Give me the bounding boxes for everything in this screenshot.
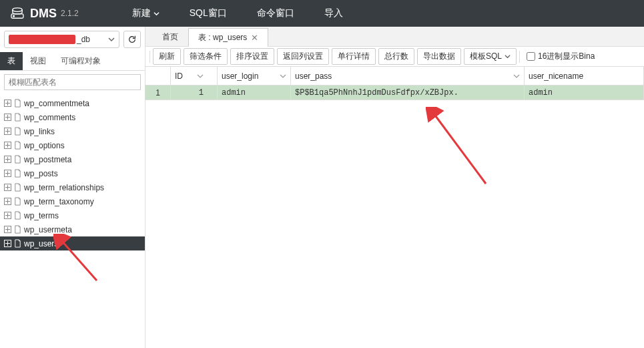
sort-button[interactable]: 排序设置 — [230, 48, 274, 65]
menu-sql-window[interactable]: SQL窗口 — [190, 7, 227, 19]
tree-item-label: wp_term_taxonomy — [24, 197, 94, 206]
separator — [519, 51, 520, 63]
tree-item-wp-posts[interactable]: wp_posts — [0, 166, 145, 180]
sidebar-tab-programmable[interactable]: 可编程对象 — [53, 52, 108, 70]
table-icon — [13, 113, 22, 122]
col-user-login[interactable]: user_login — [218, 67, 291, 85]
tree-item-wp-users[interactable]: wp_users — [0, 236, 145, 250]
refresh-button[interactable] — [123, 31, 141, 48]
grid-body: 11admin$P$B1qa5PhNnhJ1pdmDusFdfpx/xZBJpx… — [145, 85, 644, 100]
tree-item-label: wp_comments — [24, 113, 75, 122]
table-icon — [13, 99, 22, 108]
annotation-arrow — [426, 107, 506, 187]
app-version: 2.1.2 — [61, 9, 79, 18]
table-tree: wp_commentmetawp_commentswp_linkswp_opti… — [0, 94, 145, 348]
toolbar: 刷新 筛选条件 排序设置 返回列设置 单行详情 总行数 导出数据 模板SQL 1… — [145, 47, 644, 67]
tab-current[interactable]: 表 : wp_users ✕ — [188, 28, 268, 47]
tree-item-label: wp_commentmeta — [24, 99, 89, 108]
chevron-down-icon — [505, 53, 511, 59]
svg-line-36 — [434, 114, 486, 184]
tree-item-wp-links[interactable]: wp_links — [0, 124, 145, 138]
tree-item-wp-postmeta[interactable]: wp_postmeta — [0, 152, 145, 166]
app-name: DMS — [30, 7, 57, 21]
content-area: 首页 表 : wp_users ✕ 刷新 筛选条件 排序设置 返回列设置 单行详… — [145, 27, 644, 348]
cell-user-pass[interactable]: $P$B1qa5PhNnhJ1pdmDusFdfpx/xZBJpx. — [291, 85, 525, 100]
menu-import[interactable]: 导入 — [324, 7, 343, 19]
tree-item-wp-usermeta[interactable]: wp_usermeta — [0, 222, 145, 236]
tree-item-wp-term-taxonomy[interactable]: wp_term_taxonomy — [0, 194, 145, 208]
tree-item-wp-term-relationships[interactable]: wp_term_relationships — [0, 180, 145, 194]
export-button[interactable]: 导出数据 — [417, 48, 461, 65]
cell-user-nicename[interactable]: admin — [525, 85, 644, 100]
tab-home[interactable]: 首页 — [152, 27, 188, 46]
db-name-redacted — [9, 35, 75, 44]
filter-button[interactable]: 筛选条件 — [184, 48, 228, 65]
tree-item-label: wp_terms — [24, 211, 59, 220]
db-suffix: _db — [77, 35, 90, 44]
table-icon — [13, 211, 22, 220]
menu-cmd-window[interactable]: 命令窗口 — [257, 7, 294, 19]
chevron-down-icon — [513, 73, 520, 79]
chevron-down-icon — [280, 73, 286, 79]
sidebar: _db 表 视图 可编程对象 wp_commentmetawp_comments… — [0, 27, 145, 348]
return-cols-button[interactable]: 返回列设置 — [277, 48, 329, 65]
tree-item-wp-commentmeta[interactable]: wp_commentmeta — [0, 96, 145, 110]
cell-user-login[interactable]: admin — [218, 85, 291, 100]
row-detail-button[interactable]: 单行详情 — [332, 48, 376, 65]
expand-icon[interactable] — [4, 226, 11, 233]
top-bar: DMS 2.1.2 新建 SQL窗口 命令窗口 导入 — [0, 0, 644, 27]
expand-icon[interactable] — [4, 128, 11, 135]
expand-icon[interactable] — [4, 212, 11, 219]
expand-icon[interactable] — [4, 114, 11, 121]
tree-item-wp-terms[interactable]: wp_terms — [0, 208, 145, 222]
col-user-pass[interactable]: user_pass — [291, 67, 525, 85]
table-icon — [13, 225, 22, 234]
total-rows-button[interactable]: 总行数 — [378, 48, 414, 65]
hex-checkbox-input[interactable] — [527, 52, 535, 61]
expand-icon[interactable] — [4, 142, 11, 149]
table-icon — [13, 183, 22, 192]
cell-id[interactable]: 1 — [171, 85, 218, 100]
refresh-icon — [127, 35, 137, 44]
chevron-down-icon — [197, 73, 204, 79]
expand-icon[interactable] — [4, 156, 11, 163]
tree-item-label: wp_options — [24, 141, 65, 150]
expand-icon[interactable] — [4, 100, 11, 107]
sidebar-tab-view[interactable]: 视图 — [23, 52, 53, 70]
table-icon — [13, 239, 22, 248]
logo-icon — [10, 7, 25, 19]
sidebar-tab-table[interactable]: 表 — [0, 52, 23, 70]
separator — [149, 51, 150, 63]
expand-icon[interactable] — [4, 198, 11, 205]
template-sql-button[interactable]: 模板SQL — [464, 48, 517, 65]
hex-display-checkbox[interactable]: 16进制显示Bina — [527, 51, 595, 62]
table-icon — [13, 197, 22, 206]
db-select[interactable]: _db — [4, 31, 119, 48]
tree-item-label: wp_users — [24, 239, 58, 248]
refresh-button[interactable]: 刷新 — [153, 48, 181, 65]
sidebar-tabs: 表 视图 可编程对象 — [0, 52, 145, 71]
menu-new[interactable]: 新建 — [132, 7, 159, 19]
svg-point-0 — [13, 8, 22, 11]
tree-item-label: wp_links — [24, 127, 55, 136]
chevron-down-icon — [108, 36, 115, 43]
db-selector-row: _db — [0, 27, 145, 52]
table-filter-input[interactable] — [4, 74, 141, 90]
close-icon[interactable]: ✕ — [251, 33, 258, 43]
table-row[interactable]: 11admin$P$B1qa5PhNnhJ1pdmDusFdfpx/xZBJpx… — [145, 85, 644, 100]
col-user-nicename[interactable]: user_nicename — [525, 67, 644, 85]
table-icon — [13, 141, 22, 150]
chevron-down-icon — [153, 11, 159, 17]
col-id[interactable]: ID — [171, 67, 218, 85]
expand-icon[interactable] — [4, 184, 11, 191]
tree-item-label: wp_usermeta — [24, 225, 72, 234]
expand-icon[interactable] — [4, 170, 11, 177]
filter-row — [0, 71, 145, 94]
tree-item-wp-comments[interactable]: wp_comments — [0, 110, 145, 124]
page-tabs: 首页 表 : wp_users ✕ — [145, 27, 644, 47]
col-rownum[interactable] — [145, 67, 171, 85]
expand-icon[interactable] — [4, 240, 11, 247]
table-icon — [13, 155, 22, 164]
cell-rownum: 1 — [145, 85, 171, 100]
tree-item-wp-options[interactable]: wp_options — [0, 138, 145, 152]
